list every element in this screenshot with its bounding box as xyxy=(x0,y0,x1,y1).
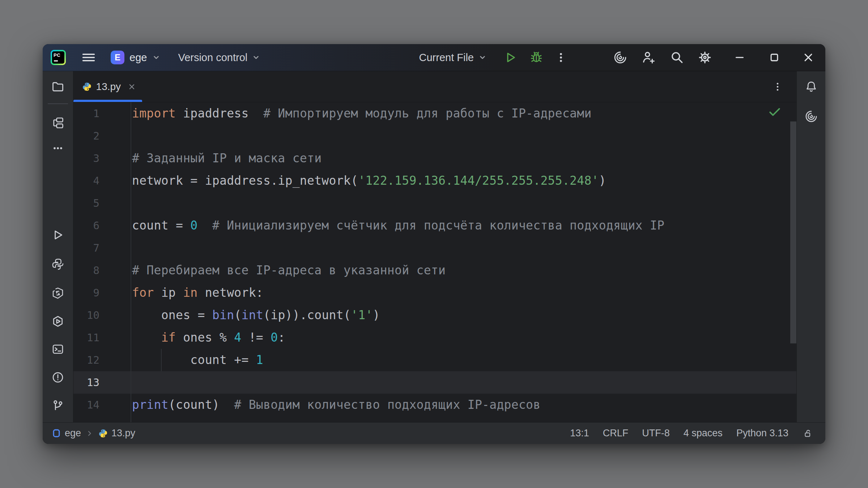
line-number[interactable]: 10 xyxy=(73,304,131,326)
code-line-text[interactable]: import ipaddress # Импортируем модуль дл… xyxy=(131,102,592,125)
code-line-text[interactable]: ones = bin(int(ip)).count('1') xyxy=(131,304,380,326)
run-configuration-widget[interactable]: Current File xyxy=(419,52,487,64)
more-actions-button[interactable] xyxy=(554,51,568,64)
pycharm-logo-icon: PC xyxy=(51,50,66,65)
line-number[interactable]: 9 xyxy=(73,282,131,304)
code-line[interactable]: 5 xyxy=(73,192,796,214)
main-area: 13.py 1import ipaddress # Импортируем мо… xyxy=(43,71,825,422)
code-line-text[interactable]: count += 1 xyxy=(131,349,263,371)
close-tab-icon[interactable] xyxy=(128,83,136,91)
line-number[interactable]: 2 xyxy=(73,125,131,147)
python-packages-tool-button[interactable] xyxy=(51,257,65,271)
add-user-icon xyxy=(642,50,656,65)
encoding-widget[interactable]: UTF-8 xyxy=(642,428,670,439)
code-line[interactable]: 4network = ipaddress.ip_network('122.159… xyxy=(73,170,796,192)
bell-icon xyxy=(805,80,818,93)
code-line[interactable]: 3# Заданный IP и маска сети xyxy=(73,147,796,170)
terminal-tool-button[interactable] xyxy=(51,342,65,356)
problems-tool-button[interactable] xyxy=(51,371,65,384)
python-console-tool-button[interactable] xyxy=(51,286,65,300)
breadcrumb-project[interactable]: ege xyxy=(65,428,81,439)
chevron-down-icon xyxy=(252,53,260,62)
run-play-icon xyxy=(51,228,64,241)
code-line[interactable]: 11 if ones % 4 != 0: xyxy=(73,326,796,349)
run-configuration-label: Current File xyxy=(419,52,474,64)
code-line[interactable]: 10 ones = bin(int(ip)).count('1') xyxy=(73,304,796,326)
code-line-text[interactable]: for ip in network: xyxy=(131,282,263,304)
code-line-text[interactable]: network = ipaddress.ip_network('122.159.… xyxy=(131,170,606,192)
gutter-separator xyxy=(131,102,131,422)
code-line-text[interactable]: print(count) # Выводим количество подход… xyxy=(131,394,540,416)
code-line[interactable]: 6count = 0 # Инициализируем счётчик для … xyxy=(73,214,796,237)
code-line[interactable]: 9for ip in network: xyxy=(73,282,796,304)
interpreter-widget[interactable]: Python 3.13 xyxy=(736,428,788,439)
indent-widget[interactable]: 4 spaces xyxy=(684,428,723,439)
terminal-icon xyxy=(51,343,64,356)
code-with-me-button[interactable] xyxy=(642,50,656,65)
run-button[interactable] xyxy=(503,51,517,64)
line-number[interactable]: 11 xyxy=(73,326,131,349)
git-branch-icon xyxy=(51,399,64,412)
breadcrumb-file[interactable]: 13.py xyxy=(111,428,135,439)
ai-assistant-button[interactable] xyxy=(613,51,627,64)
close-icon xyxy=(801,51,815,64)
line-number[interactable]: 12 xyxy=(73,349,131,371)
left-tool-strip xyxy=(43,71,73,422)
checkmark-icon xyxy=(769,107,780,117)
debug-button[interactable] xyxy=(529,51,543,64)
line-number[interactable]: 8 xyxy=(73,259,131,282)
vertical-scrollbar-thumb[interactable] xyxy=(790,121,796,343)
ai-assistant-icon xyxy=(805,110,818,123)
maximize-button[interactable] xyxy=(767,51,781,64)
line-number[interactable]: 4 xyxy=(73,170,131,192)
tab-13py[interactable]: 13.py xyxy=(73,71,142,102)
line-number[interactable]: 3 xyxy=(73,147,131,170)
code-line-text[interactable]: count = 0 # Инициализируем счётчик для п… xyxy=(131,214,664,237)
more-tool-windows-button[interactable] xyxy=(51,141,65,155)
services-hexagon-play-icon xyxy=(51,315,64,328)
settings-button[interactable] xyxy=(697,50,712,65)
code-editor[interactable]: 1import ipaddress # Импортируем модуль д… xyxy=(73,102,796,422)
python-cube-icon xyxy=(51,287,64,300)
ellipsis-icon xyxy=(51,142,64,155)
code-line[interactable]: 14print(count) # Выводим количество подх… xyxy=(73,394,796,416)
project-widget[interactable]: E ege xyxy=(111,51,161,64)
lock-open-icon[interactable] xyxy=(802,428,813,439)
code-line[interactable]: 1import ipaddress # Импортируем модуль д… xyxy=(73,102,796,125)
structure-tool-button[interactable] xyxy=(51,116,65,130)
notifications-button[interactable] xyxy=(804,80,818,94)
code-line[interactable]: 8# Перебираем все IP-адреса в указанной … xyxy=(73,259,796,282)
tab-bar: 13.py xyxy=(73,71,796,102)
line-number[interactable]: 1 xyxy=(73,102,131,125)
version-control-tool-button[interactable] xyxy=(51,399,65,412)
line-number[interactable]: 7 xyxy=(73,237,131,259)
line-separator-widget[interactable]: CRLF xyxy=(603,428,629,439)
project-tool-button[interactable] xyxy=(51,80,65,94)
close-window-button[interactable] xyxy=(801,51,815,64)
project-name: ege xyxy=(129,52,147,64)
ai-assistant-icon xyxy=(613,51,627,64)
caret-position-widget[interactable]: 13:1 xyxy=(570,428,589,439)
code-line[interactable]: 12 count += 1 xyxy=(73,349,796,371)
code-line-text[interactable]: # Перебираем все IP-адреса в указанной с… xyxy=(131,259,446,282)
code-line-text[interactable]: # Заданный IP и маска сети xyxy=(131,147,322,170)
code-line[interactable]: 7 xyxy=(73,237,796,259)
code-line[interactable]: 2 xyxy=(73,125,796,147)
version-control-widget[interactable]: Version control xyxy=(178,52,260,64)
project-module-icon xyxy=(52,429,61,438)
code-line-text[interactable]: if ones % 4 != 0: xyxy=(131,326,285,349)
line-number[interactable]: 5 xyxy=(73,192,131,214)
python-file-icon xyxy=(82,82,92,92)
run-tool-button[interactable] xyxy=(51,228,65,242)
line-number[interactable]: 6 xyxy=(73,214,131,237)
line-number[interactable]: 13 xyxy=(73,371,131,394)
search-everywhere-button[interactable] xyxy=(670,50,684,65)
inspections-widget[interactable] xyxy=(769,107,780,117)
main-menu-button[interactable] xyxy=(81,51,96,64)
ai-assistant-tool-button[interactable] xyxy=(804,110,818,123)
code-line[interactable]: 13 xyxy=(73,371,796,394)
tab-options-button[interactable] xyxy=(770,80,785,94)
line-number[interactable]: 14 xyxy=(73,394,131,416)
minimize-button[interactable] xyxy=(733,51,746,64)
services-tool-button[interactable] xyxy=(51,314,65,328)
